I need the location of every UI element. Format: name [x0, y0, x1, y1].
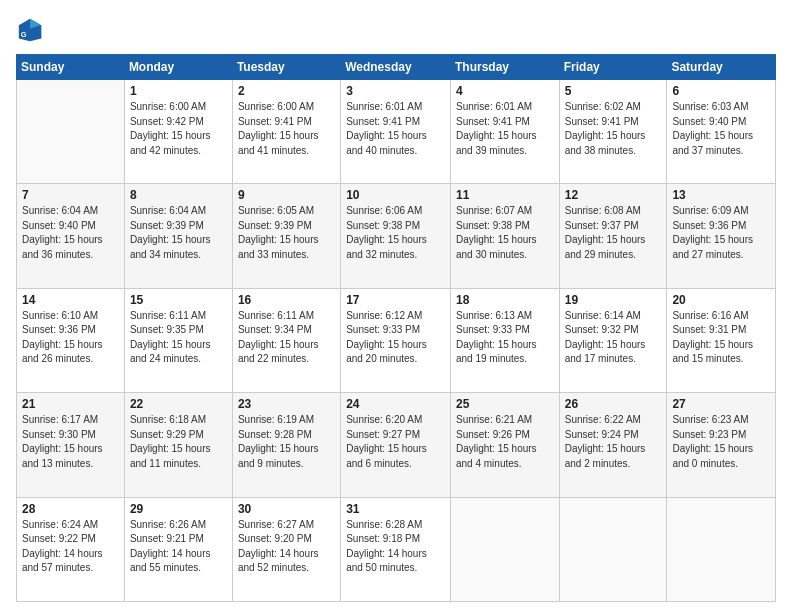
calendar-cell: 18Sunrise: 6:13 AM Sunset: 9:33 PM Dayli…	[450, 288, 559, 392]
day-number: 13	[672, 188, 770, 202]
day-number: 2	[238, 84, 335, 98]
day-number: 23	[238, 397, 335, 411]
day-info: Sunrise: 6:17 AM Sunset: 9:30 PM Dayligh…	[22, 413, 119, 471]
svg-text:G: G	[21, 30, 27, 39]
day-number: 17	[346, 293, 445, 307]
header: G	[16, 16, 776, 44]
calendar: SundayMondayTuesdayWednesdayThursdayFrid…	[16, 54, 776, 602]
calendar-cell: 10Sunrise: 6:06 AM Sunset: 9:38 PM Dayli…	[341, 184, 451, 288]
day-number: 1	[130, 84, 227, 98]
day-info: Sunrise: 6:03 AM Sunset: 9:40 PM Dayligh…	[672, 100, 770, 158]
day-number: 22	[130, 397, 227, 411]
day-number: 4	[456, 84, 554, 98]
day-info: Sunrise: 6:11 AM Sunset: 9:35 PM Dayligh…	[130, 309, 227, 367]
day-info: Sunrise: 6:00 AM Sunset: 9:42 PM Dayligh…	[130, 100, 227, 158]
day-number: 31	[346, 502, 445, 516]
day-info: Sunrise: 6:00 AM Sunset: 9:41 PM Dayligh…	[238, 100, 335, 158]
weekday-header-wednesday: Wednesday	[341, 55, 451, 80]
day-number: 10	[346, 188, 445, 202]
page: G SundayMondayTuesdayWednesdayThursdayFr…	[0, 0, 792, 612]
week-row-2: 7Sunrise: 6:04 AM Sunset: 9:40 PM Daylig…	[17, 184, 776, 288]
day-info: Sunrise: 6:24 AM Sunset: 9:22 PM Dayligh…	[22, 518, 119, 576]
calendar-cell	[667, 497, 776, 601]
calendar-cell: 13Sunrise: 6:09 AM Sunset: 9:36 PM Dayli…	[667, 184, 776, 288]
weekday-header-sunday: Sunday	[17, 55, 125, 80]
day-number: 30	[238, 502, 335, 516]
day-info: Sunrise: 6:27 AM Sunset: 9:20 PM Dayligh…	[238, 518, 335, 576]
week-row-5: 28Sunrise: 6:24 AM Sunset: 9:22 PM Dayli…	[17, 497, 776, 601]
day-number: 21	[22, 397, 119, 411]
day-number: 7	[22, 188, 119, 202]
calendar-cell: 14Sunrise: 6:10 AM Sunset: 9:36 PM Dayli…	[17, 288, 125, 392]
day-number: 24	[346, 397, 445, 411]
calendar-cell: 19Sunrise: 6:14 AM Sunset: 9:32 PM Dayli…	[559, 288, 667, 392]
day-number: 27	[672, 397, 770, 411]
day-info: Sunrise: 6:28 AM Sunset: 9:18 PM Dayligh…	[346, 518, 445, 576]
day-number: 6	[672, 84, 770, 98]
calendar-cell: 1Sunrise: 6:00 AM Sunset: 9:42 PM Daylig…	[124, 80, 232, 184]
weekday-header-monday: Monday	[124, 55, 232, 80]
logo: G	[16, 16, 48, 44]
weekday-header-row: SundayMondayTuesdayWednesdayThursdayFrid…	[17, 55, 776, 80]
day-info: Sunrise: 6:04 AM Sunset: 9:40 PM Dayligh…	[22, 204, 119, 262]
calendar-cell: 7Sunrise: 6:04 AM Sunset: 9:40 PM Daylig…	[17, 184, 125, 288]
day-info: Sunrise: 6:09 AM Sunset: 9:36 PM Dayligh…	[672, 204, 770, 262]
day-number: 3	[346, 84, 445, 98]
calendar-cell: 22Sunrise: 6:18 AM Sunset: 9:29 PM Dayli…	[124, 393, 232, 497]
day-info: Sunrise: 6:16 AM Sunset: 9:31 PM Dayligh…	[672, 309, 770, 367]
week-row-3: 14Sunrise: 6:10 AM Sunset: 9:36 PM Dayli…	[17, 288, 776, 392]
day-number: 9	[238, 188, 335, 202]
day-info: Sunrise: 6:04 AM Sunset: 9:39 PM Dayligh…	[130, 204, 227, 262]
day-info: Sunrise: 6:08 AM Sunset: 9:37 PM Dayligh…	[565, 204, 662, 262]
day-info: Sunrise: 6:19 AM Sunset: 9:28 PM Dayligh…	[238, 413, 335, 471]
day-info: Sunrise: 6:05 AM Sunset: 9:39 PM Dayligh…	[238, 204, 335, 262]
logo-icon: G	[16, 16, 44, 44]
calendar-cell: 25Sunrise: 6:21 AM Sunset: 9:26 PM Dayli…	[450, 393, 559, 497]
weekday-header-saturday: Saturday	[667, 55, 776, 80]
calendar-cell: 31Sunrise: 6:28 AM Sunset: 9:18 PM Dayli…	[341, 497, 451, 601]
day-info: Sunrise: 6:20 AM Sunset: 9:27 PM Dayligh…	[346, 413, 445, 471]
calendar-cell: 24Sunrise: 6:20 AM Sunset: 9:27 PM Dayli…	[341, 393, 451, 497]
day-info: Sunrise: 6:18 AM Sunset: 9:29 PM Dayligh…	[130, 413, 227, 471]
week-row-4: 21Sunrise: 6:17 AM Sunset: 9:30 PM Dayli…	[17, 393, 776, 497]
calendar-cell: 30Sunrise: 6:27 AM Sunset: 9:20 PM Dayli…	[232, 497, 340, 601]
day-number: 11	[456, 188, 554, 202]
calendar-cell	[17, 80, 125, 184]
day-number: 12	[565, 188, 662, 202]
day-number: 29	[130, 502, 227, 516]
calendar-cell: 12Sunrise: 6:08 AM Sunset: 9:37 PM Dayli…	[559, 184, 667, 288]
day-number: 8	[130, 188, 227, 202]
day-info: Sunrise: 6:14 AM Sunset: 9:32 PM Dayligh…	[565, 309, 662, 367]
day-number: 25	[456, 397, 554, 411]
calendar-cell: 3Sunrise: 6:01 AM Sunset: 9:41 PM Daylig…	[341, 80, 451, 184]
calendar-cell: 27Sunrise: 6:23 AM Sunset: 9:23 PM Dayli…	[667, 393, 776, 497]
day-info: Sunrise: 6:26 AM Sunset: 9:21 PM Dayligh…	[130, 518, 227, 576]
day-number: 14	[22, 293, 119, 307]
day-info: Sunrise: 6:22 AM Sunset: 9:24 PM Dayligh…	[565, 413, 662, 471]
calendar-cell: 17Sunrise: 6:12 AM Sunset: 9:33 PM Dayli…	[341, 288, 451, 392]
day-number: 15	[130, 293, 227, 307]
day-number: 26	[565, 397, 662, 411]
day-info: Sunrise: 6:02 AM Sunset: 9:41 PM Dayligh…	[565, 100, 662, 158]
day-info: Sunrise: 6:06 AM Sunset: 9:38 PM Dayligh…	[346, 204, 445, 262]
day-number: 16	[238, 293, 335, 307]
day-info: Sunrise: 6:07 AM Sunset: 9:38 PM Dayligh…	[456, 204, 554, 262]
calendar-cell: 15Sunrise: 6:11 AM Sunset: 9:35 PM Dayli…	[124, 288, 232, 392]
day-number: 28	[22, 502, 119, 516]
calendar-cell: 28Sunrise: 6:24 AM Sunset: 9:22 PM Dayli…	[17, 497, 125, 601]
calendar-cell: 26Sunrise: 6:22 AM Sunset: 9:24 PM Dayli…	[559, 393, 667, 497]
week-row-1: 1Sunrise: 6:00 AM Sunset: 9:42 PM Daylig…	[17, 80, 776, 184]
day-info: Sunrise: 6:21 AM Sunset: 9:26 PM Dayligh…	[456, 413, 554, 471]
calendar-cell: 5Sunrise: 6:02 AM Sunset: 9:41 PM Daylig…	[559, 80, 667, 184]
calendar-cell: 20Sunrise: 6:16 AM Sunset: 9:31 PM Dayli…	[667, 288, 776, 392]
calendar-cell: 8Sunrise: 6:04 AM Sunset: 9:39 PM Daylig…	[124, 184, 232, 288]
calendar-cell: 2Sunrise: 6:00 AM Sunset: 9:41 PM Daylig…	[232, 80, 340, 184]
day-info: Sunrise: 6:11 AM Sunset: 9:34 PM Dayligh…	[238, 309, 335, 367]
day-info: Sunrise: 6:23 AM Sunset: 9:23 PM Dayligh…	[672, 413, 770, 471]
day-number: 5	[565, 84, 662, 98]
day-info: Sunrise: 6:13 AM Sunset: 9:33 PM Dayligh…	[456, 309, 554, 367]
calendar-cell: 23Sunrise: 6:19 AM Sunset: 9:28 PM Dayli…	[232, 393, 340, 497]
calendar-cell: 9Sunrise: 6:05 AM Sunset: 9:39 PM Daylig…	[232, 184, 340, 288]
weekday-header-friday: Friday	[559, 55, 667, 80]
day-info: Sunrise: 6:12 AM Sunset: 9:33 PM Dayligh…	[346, 309, 445, 367]
